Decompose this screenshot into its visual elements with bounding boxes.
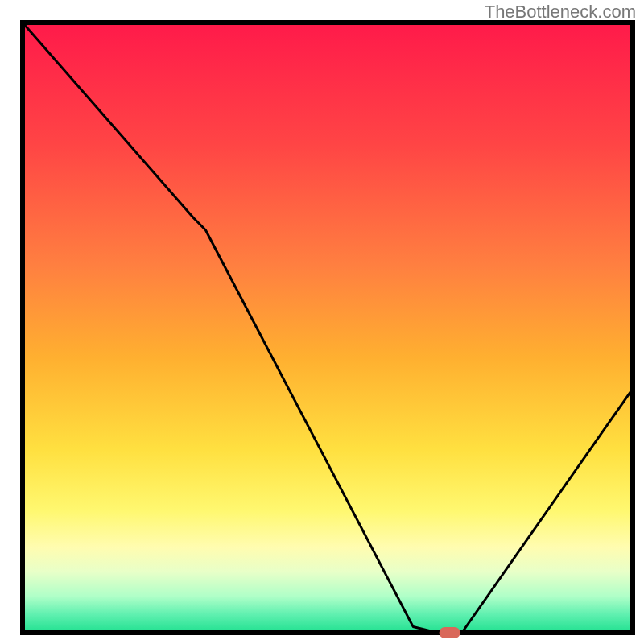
bottleneck-chart <box>0 0 644 644</box>
chart-container: TheBottleneck.com <box>0 0 644 644</box>
optimum-marker <box>440 627 460 638</box>
gradient-background <box>23 23 633 633</box>
